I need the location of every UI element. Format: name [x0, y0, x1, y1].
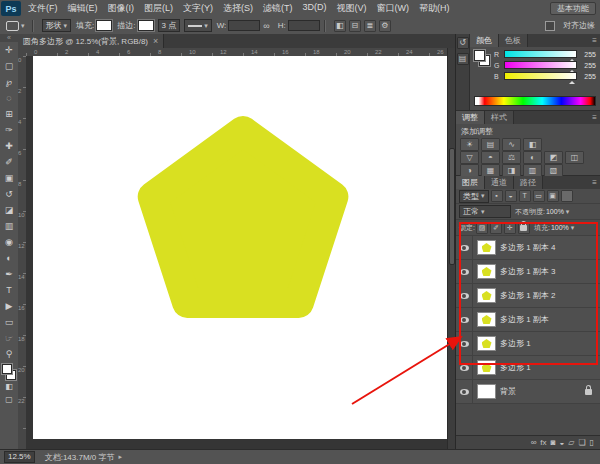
visibility-toggle[interactable] — [456, 308, 473, 331]
workspace-switcher[interactable]: 基本功能 — [550, 2, 596, 15]
properties-panel-icon[interactable]: ▤ — [457, 53, 469, 65]
menu-item-file[interactable]: 文件(F) — [23, 2, 63, 15]
foreground-color-swatch[interactable] — [2, 364, 12, 374]
history-panel-icon[interactable]: ↺ — [457, 37, 469, 49]
zoom-tool[interactable]: ⚲ — [0, 346, 18, 362]
link-layers-icon[interactable]: ∞ — [531, 437, 537, 449]
color-spectrum-bar[interactable] — [474, 96, 596, 106]
toolbar-collapse-icon[interactable]: « — [0, 34, 18, 42]
menu-item-3d[interactable]: 3D(D) — [298, 2, 332, 15]
color-balance-icon[interactable]: ⚖ — [502, 151, 521, 164]
exposure-icon[interactable]: ◧ — [523, 138, 542, 151]
tab-layers[interactable]: 图层 — [456, 176, 485, 189]
color-panel-foreground-swatch[interactable] — [474, 50, 485, 61]
visibility-toggle[interactable] — [456, 284, 473, 307]
lock-all-icon[interactable] — [518, 222, 530, 234]
dodge-tool[interactable]: ◐ — [0, 250, 18, 266]
lasso-tool[interactable]: ℘ — [0, 74, 18, 90]
horizontal-type-tool[interactable]: T — [0, 282, 18, 298]
visibility-toggle[interactable] — [456, 332, 473, 355]
menu-item-help[interactable]: 帮助(H) — [414, 2, 455, 15]
path-arrange-icon[interactable]: ≣ — [364, 20, 376, 32]
blur-tool[interactable]: ◉ — [0, 234, 18, 250]
vibrance-icon[interactable]: ▽ — [460, 151, 479, 164]
gear-icon[interactable]: ⚙ — [379, 20, 391, 32]
path-align-icon[interactable]: ⊟ — [349, 20, 361, 32]
new-group-icon[interactable]: ▱ — [568, 437, 574, 449]
red-slider[interactable] — [504, 50, 577, 58]
width-input[interactable] — [228, 20, 260, 31]
photo-filter-icon[interactable]: ◩ — [544, 151, 563, 164]
visibility-toggle[interactable] — [456, 380, 473, 403]
layer-row[interactable]: 多边形 1 — [456, 356, 600, 380]
eyedropper-tool[interactable]: ✑ — [0, 122, 18, 138]
hue-saturation-icon[interactable]: ◓ — [481, 151, 500, 164]
status-arrow-icon[interactable]: ▸ — [119, 453, 123, 461]
curves-icon[interactable]: ∿ — [502, 138, 521, 151]
quick-mask-icon[interactable]: ◧ — [0, 380, 18, 393]
blue-value[interactable]: 255 — [580, 73, 596, 80]
new-layer-icon[interactable]: ❏ — [578, 437, 585, 449]
tab-styles[interactable]: 样式 — [485, 111, 514, 124]
height-input[interactable] — [288, 20, 320, 31]
menu-item-window[interactable]: 窗口(W) — [372, 2, 415, 15]
delete-layer-icon[interactable]: ▯ — [590, 437, 594, 449]
filter-kind-adjustment-icon[interactable]: ◒ — [505, 190, 517, 202]
opacity-value[interactable]: 100% — [546, 208, 564, 215]
layer-fill-value[interactable]: 100% — [551, 224, 569, 231]
align-edges-checkbox[interactable] — [545, 21, 555, 31]
green-value[interactable]: 255 — [580, 62, 596, 69]
layer-row[interactable]: 多边形 1 副本 — [456, 308, 600, 332]
screen-mode-icon[interactable]: ▢ — [0, 393, 18, 406]
lock-position-icon[interactable]: ✛ — [504, 222, 516, 234]
visibility-toggle[interactable] — [456, 356, 473, 379]
fill-swatch[interactable] — [96, 20, 112, 31]
shape-mode-select[interactable]: 形状 ▾ — [42, 19, 72, 32]
filter-kind-shape-icon[interactable]: ▭ — [533, 190, 545, 202]
shape-tool[interactable]: ▭ — [0, 314, 18, 330]
black-white-icon[interactable]: ◐ — [523, 151, 542, 164]
menu-item-type[interactable]: 文字(Y) — [178, 2, 218, 15]
tab-adjustments[interactable]: 调整 — [456, 111, 485, 124]
blue-slider[interactable] — [504, 72, 577, 80]
quick-selection-tool[interactable]: ◌ — [0, 90, 18, 106]
tab-swatches[interactable]: 色板 — [499, 34, 528, 47]
filter-kind-pixel-icon[interactable]: ▪ — [491, 190, 503, 202]
add-layer-mask-icon[interactable]: ◙ — [551, 437, 556, 449]
filter-type-select[interactable]: 类型 ▾ — [459, 190, 489, 203]
spot-healing-brush-tool[interactable]: ✚ — [0, 138, 18, 154]
layer-row[interactable]: 多边形 1 副本 2 — [456, 284, 600, 308]
clone-stamp-tool[interactable]: ▣ — [0, 170, 18, 186]
blend-mode-select[interactable]: 正常 ▾ — [459, 205, 511, 218]
tab-paths[interactable]: 路径 — [514, 176, 543, 189]
layer-row[interactable]: 多边形 1 副本 4 — [456, 236, 600, 260]
link-dimensions-icon[interactable]: ∞ — [263, 21, 269, 31]
stroke-width-field[interactable]: 3 点 — [158, 19, 181, 32]
filter-kind-smart-object-icon[interactable]: ▣ — [547, 190, 559, 202]
menu-item-view[interactable]: 视图(V) — [332, 2, 372, 15]
lock-transparent-pixels-icon[interactable]: ▨ — [476, 222, 488, 234]
stroke-style-select[interactable]: ▾ — [184, 19, 212, 32]
hand-tool[interactable]: ☞ — [0, 330, 18, 346]
path-selection-tool[interactable]: ▶ — [0, 298, 18, 314]
menu-item-select[interactable]: 选择(S) — [218, 2, 258, 15]
zoom-level-field[interactable]: 12.5% — [4, 451, 35, 463]
path-operations-icon[interactable]: ◧ — [334, 20, 346, 32]
lock-image-pixels-icon[interactable]: ✐ — [490, 222, 502, 234]
red-value[interactable]: 255 — [580, 51, 596, 58]
eraser-tool[interactable]: ◪ — [0, 202, 18, 218]
new-adjustment-layer-icon[interactable]: ◒ — [559, 437, 564, 449]
rectangular-marquee-tool[interactable]: ▢ — [0, 58, 18, 74]
tab-color[interactable]: 颜色 — [470, 34, 499, 47]
menu-item-image[interactable]: 图像(I) — [103, 2, 140, 15]
tab-channels[interactable]: 通道 — [485, 176, 514, 189]
brush-tool[interactable]: ✐ — [0, 154, 18, 170]
panel-menu-icon[interactable]: ≡ — [589, 34, 600, 47]
history-brush-tool[interactable]: ↺ — [0, 186, 18, 202]
canvas[interactable] — [33, 56, 447, 439]
menu-item-edit[interactable]: 编辑(E) — [63, 2, 103, 15]
move-tool[interactable]: ✛ — [0, 42, 18, 58]
gradient-tool[interactable]: ▥ — [0, 218, 18, 234]
filter-toggle-icon[interactable] — [561, 190, 573, 202]
filter-kind-type-icon[interactable]: T — [519, 190, 531, 202]
